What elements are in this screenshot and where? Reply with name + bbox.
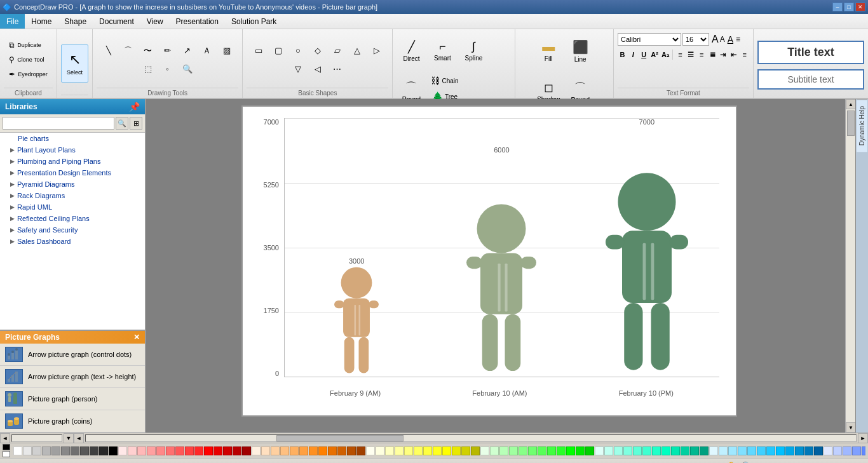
sidebar-search-input[interactable] (3, 117, 114, 130)
tree-item-pyramid[interactable]: ▶ Pyramid Diagrams (0, 178, 145, 190)
color-swatch[interactable] (280, 446, 289, 455)
color-swatch[interactable] (71, 446, 79, 455)
title-text-box[interactable]: Title text (757, 41, 864, 64)
picture-graphs-close-button[interactable]: ✕ (133, 333, 140, 342)
color-swatch[interactable] (642, 446, 651, 455)
color-swatch[interactable] (528, 446, 537, 455)
color-swatch[interactable] (747, 446, 756, 455)
color-swatch[interactable] (862, 446, 865, 455)
color-swatch[interactable] (681, 446, 689, 455)
font-size-select[interactable]: 16 (682, 33, 709, 46)
foreground-color[interactable] (3, 444, 10, 450)
font-color-button[interactable]: A (728, 34, 733, 44)
color-swatch[interactable] (99, 446, 108, 455)
outdent-button[interactable]: ⇤ (729, 49, 738, 60)
align-left-button[interactable]: ≡ (675, 49, 685, 60)
color-swatch[interactable] (80, 446, 89, 455)
color-swatch[interactable] (214, 446, 222, 455)
color-swatch[interactable] (833, 446, 842, 455)
color-swatch[interactable] (414, 446, 423, 455)
draw-line-button[interactable]: ╲ (99, 42, 118, 60)
rect-button[interactable]: ▭ (249, 42, 268, 60)
page-icon[interactable]: ⊞ (757, 461, 765, 464)
color-swatch[interactable] (480, 446, 489, 455)
tree-item-presentation[interactable]: ▶ Presentation Design Elements (0, 167, 145, 178)
draw-arc-button[interactable]: ⌒ (119, 42, 138, 60)
color-swatch[interactable] (395, 446, 403, 455)
color-swatch[interactable] (671, 446, 680, 455)
sidebar-view-toggle-button[interactable]: ⊞ (130, 117, 142, 130)
color-swatch[interactable] (204, 446, 213, 455)
color-swatch[interactable] (595, 446, 604, 455)
color-swatch[interactable] (452, 446, 461, 455)
color-swatch[interactable] (347, 446, 356, 455)
color-swatch[interactable] (404, 446, 413, 455)
draw-arrow-button[interactable]: ↗ (178, 42, 197, 60)
color-swatch[interactable] (118, 446, 127, 455)
color-swatch[interactable] (156, 446, 165, 455)
draw-pen-button[interactable]: ✏ (158, 42, 177, 60)
color-swatch[interactable] (538, 446, 546, 455)
color-swatch[interactable] (509, 446, 518, 455)
indent-button[interactable]: ⇥ (718, 49, 728, 60)
color-swatch[interactable] (233, 446, 241, 455)
color-swatch[interactable] (557, 446, 566, 455)
sidebar-pin-button[interactable]: 📌 (129, 102, 140, 112)
font-family-select[interactable]: Calibri (618, 33, 681, 46)
spline-connector-button[interactable]: ∫ Spline (459, 32, 488, 70)
color-swatch[interactable] (423, 446, 432, 455)
more-shapes-button[interactable]: ⋯ (328, 60, 347, 78)
line-button[interactable]: ⬛ Line (566, 32, 595, 70)
hscroll-mid-button[interactable]: ▼ (64, 433, 74, 443)
vscroll-thumb[interactable] (847, 111, 855, 136)
minimize-button[interactable]: – (832, 3, 843, 11)
fill-button[interactable]: ▬ Fill (534, 32, 563, 70)
color-swatch[interactable] (490, 446, 499, 455)
tree-item-reflected-ceiling[interactable]: ▶ Reflected Ceiling Plans (0, 213, 145, 224)
color-swatch[interactable] (109, 446, 118, 455)
color-swatch[interactable] (242, 446, 251, 455)
color-swatch[interactable] (261, 446, 270, 455)
color-swatch[interactable] (824, 446, 832, 455)
smart-connector-button[interactable]: ⌐ Smart (428, 32, 457, 70)
color-swatch[interactable] (42, 446, 51, 455)
color-swatch[interactable] (90, 446, 98, 455)
menu-shape[interactable]: Shape (58, 14, 93, 29)
color-swatch[interactable] (709, 446, 718, 455)
menu-document[interactable]: Document (93, 14, 140, 29)
canvas-hscroll-thumb[interactable] (276, 435, 403, 441)
color-swatch[interactable] (652, 446, 661, 455)
align-center-button[interactable]: ☰ (686, 49, 696, 60)
select-tool-button[interactable]: ↖ Select (61, 44, 88, 83)
color-swatch[interactable] (13, 446, 22, 455)
color-swatch[interactable] (661, 446, 670, 455)
color-swatch[interactable] (366, 446, 375, 455)
color-swatch[interactable] (814, 446, 823, 455)
color-swatch[interactable] (843, 446, 851, 455)
color-swatch[interactable] (690, 446, 699, 455)
rounded-rect-button[interactable]: ▢ (269, 42, 288, 60)
color-swatch[interactable] (795, 446, 804, 455)
background-color[interactable] (3, 451, 10, 457)
color-swatch[interactable] (328, 446, 337, 455)
circle-button[interactable]: ○ (288, 42, 308, 60)
color-swatch[interactable] (166, 446, 175, 455)
dynamic-help-tab[interactable]: Dynamic Help (857, 99, 867, 152)
color-swatch[interactable] (252, 446, 261, 455)
tree-item-plumbing[interactable]: ▶ Plumbing and Piping Plans (0, 156, 145, 167)
color-swatch[interactable] (757, 446, 766, 455)
color-swatch[interactable] (728, 446, 737, 455)
color-swatch[interactable] (604, 446, 613, 455)
hscroll-left-button[interactable]: ◄ (0, 433, 10, 443)
subtitle-text-box[interactable]: Subtitle text (757, 69, 864, 90)
color-swatch[interactable] (61, 446, 70, 455)
align-right-button[interactable]: ≡ (697, 49, 707, 60)
menu-home[interactable]: Home (25, 14, 58, 29)
canvas-vscroll[interactable]: ▲ ▼ (845, 99, 855, 433)
color-swatch[interactable] (309, 446, 318, 455)
tree-item-plant-layout[interactable]: ▶ Plant Layout Plans (0, 144, 145, 156)
color-swatch[interactable] (185, 446, 194, 455)
color-swatch[interactable] (785, 446, 794, 455)
color-swatch[interactable] (223, 446, 232, 455)
color-swatch[interactable] (804, 446, 813, 455)
